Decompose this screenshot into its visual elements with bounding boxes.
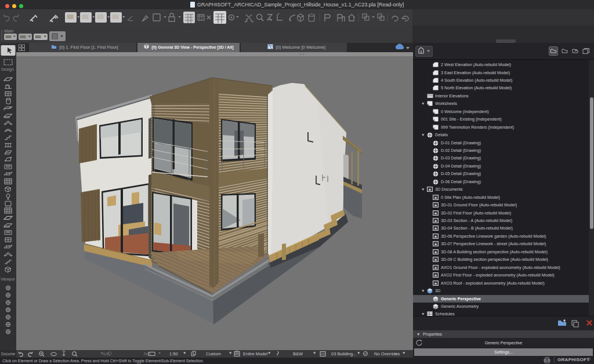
svg-text:Viewpoi: Viewpoi [1,277,15,282]
svg-text:Design: Design [1,67,14,72]
svg-text:Main: Main [4,28,13,34]
